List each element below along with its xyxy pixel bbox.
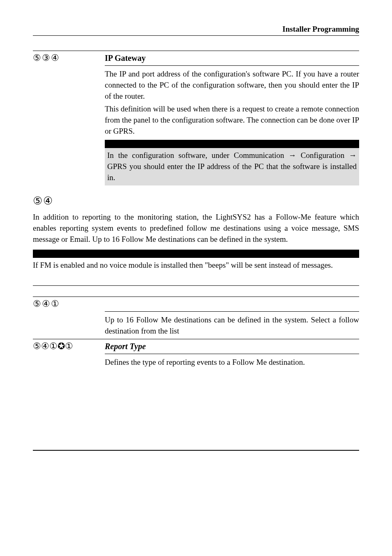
header-rule bbox=[33, 35, 359, 36]
ip-gateway-para2: This definition will be used when there … bbox=[105, 103, 359, 137]
entry-key-534: ⑤③④ bbox=[33, 52, 105, 64]
note-bar bbox=[105, 140, 359, 148]
heading-underline bbox=[105, 311, 359, 312]
section-54-note: If FM is enabled and no voice module is … bbox=[33, 258, 359, 273]
entry-541-body: Up to 16 Follow Me destinations can be d… bbox=[105, 314, 359, 336]
entry-report-type-body: Defines the type of reporting events to … bbox=[105, 357, 359, 368]
arrow-icon: → bbox=[288, 151, 296, 160]
entry-key-54101: ⑤④①✪① bbox=[33, 341, 105, 352]
entry-heading-ip-gateway: IP Gateway bbox=[105, 52, 145, 64]
page-header-title: Installer Programming bbox=[33, 25, 359, 34]
note-bar bbox=[33, 250, 359, 258]
heading-underline bbox=[105, 65, 359, 66]
heading-underline bbox=[105, 354, 359, 354]
ip-gateway-note: In the configuration software, under Com… bbox=[105, 148, 359, 185]
entry-heading-report-type: Report Type bbox=[105, 341, 146, 352]
section-54-para: In addition to reporting to the monitori… bbox=[33, 211, 359, 245]
footer-rule bbox=[33, 450, 359, 451]
ip-gateway-para1: The IP and port address of the configura… bbox=[105, 68, 359, 102]
entry-key-541: ⑤④① bbox=[33, 298, 105, 310]
section-key-54: ⑤④ bbox=[33, 195, 359, 207]
arrow-icon: → bbox=[349, 151, 357, 160]
